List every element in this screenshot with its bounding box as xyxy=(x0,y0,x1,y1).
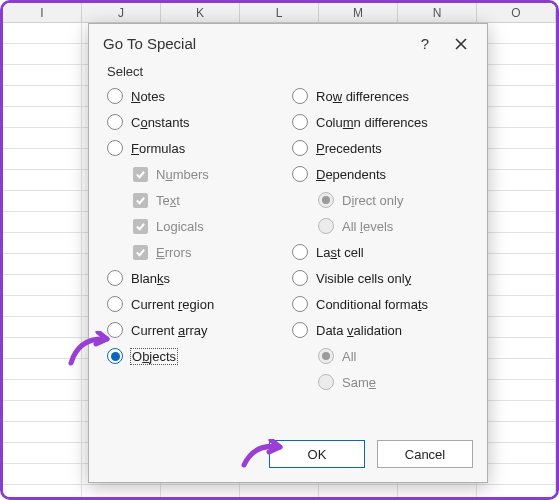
cell[interactable] xyxy=(240,485,319,500)
radio-data-validation[interactable] xyxy=(292,322,308,338)
option-label: Current array xyxy=(131,323,208,338)
option-label: Row differences xyxy=(316,89,409,104)
column-header[interactable]: O xyxy=(477,3,556,22)
column-header[interactable]: L xyxy=(240,3,319,22)
cell[interactable] xyxy=(161,485,240,500)
cell[interactable] xyxy=(477,338,556,359)
radio-constants[interactable] xyxy=(107,114,123,130)
option-dependents[interactable]: Dependents xyxy=(288,161,473,187)
cell[interactable] xyxy=(477,65,556,86)
cell[interactable] xyxy=(3,464,82,485)
cell[interactable] xyxy=(3,422,82,443)
cell[interactable] xyxy=(3,317,82,338)
cell[interactable] xyxy=(477,23,556,44)
radio-blanks[interactable] xyxy=(107,270,123,286)
cell[interactable] xyxy=(477,422,556,443)
option-last-cell[interactable]: Last cell xyxy=(288,239,473,265)
radio-dependents[interactable] xyxy=(292,166,308,182)
cell[interactable] xyxy=(477,191,556,212)
column-header[interactable]: N xyxy=(398,3,477,22)
cell[interactable] xyxy=(3,212,82,233)
radio-formulas[interactable] xyxy=(107,140,123,156)
radio-objects[interactable] xyxy=(107,348,123,364)
option-blanks[interactable]: Blanks xyxy=(103,265,288,291)
cell[interactable] xyxy=(3,296,82,317)
cell[interactable] xyxy=(3,170,82,191)
cell[interactable] xyxy=(477,233,556,254)
cell[interactable] xyxy=(3,359,82,380)
cell[interactable] xyxy=(477,107,556,128)
cell[interactable] xyxy=(3,191,82,212)
cell[interactable] xyxy=(3,485,82,500)
radio-column-differences[interactable] xyxy=(292,114,308,130)
cell[interactable] xyxy=(3,338,82,359)
cell[interactable] xyxy=(477,212,556,233)
option-conditional-formats[interactable]: Conditional formats xyxy=(288,291,473,317)
option-objects[interactable]: Objects xyxy=(103,343,288,369)
column-header[interactable]: I xyxy=(3,3,82,22)
cell[interactable] xyxy=(3,107,82,128)
cell[interactable] xyxy=(477,317,556,338)
cell[interactable] xyxy=(3,86,82,107)
cell[interactable] xyxy=(477,149,556,170)
cell[interactable] xyxy=(477,275,556,296)
radio-notes[interactable] xyxy=(107,88,123,104)
cell[interactable] xyxy=(3,443,82,464)
radio-conditional-formats[interactable] xyxy=(292,296,308,312)
cell[interactable] xyxy=(477,359,556,380)
cell[interactable] xyxy=(3,254,82,275)
option-constants[interactable]: Constants xyxy=(103,109,288,135)
radio-visible-cells[interactable] xyxy=(292,270,308,286)
radio-row-differences[interactable] xyxy=(292,88,308,104)
cell[interactable] xyxy=(477,296,556,317)
cell[interactable] xyxy=(3,401,82,422)
help-button[interactable]: ? xyxy=(407,32,443,56)
option-direct-only: Direct only xyxy=(288,187,473,213)
cell[interactable] xyxy=(3,380,82,401)
cell[interactable] xyxy=(3,233,82,254)
radio-same xyxy=(318,374,334,390)
option-data-validation[interactable]: Data validation xyxy=(288,317,473,343)
select-label: Select xyxy=(89,58,487,83)
cell[interactable] xyxy=(3,23,82,44)
radio-last-cell[interactable] xyxy=(292,244,308,260)
option-row-differences[interactable]: Row differences xyxy=(288,83,473,109)
option-formulas[interactable]: Formulas xyxy=(103,135,288,161)
column-header[interactable]: M xyxy=(319,3,398,22)
cell[interactable] xyxy=(477,254,556,275)
cell[interactable] xyxy=(477,485,556,500)
cell[interactable] xyxy=(477,380,556,401)
option-label: Column differences xyxy=(316,115,428,130)
cell[interactable] xyxy=(477,44,556,65)
cell[interactable] xyxy=(319,485,398,500)
cell[interactable] xyxy=(82,485,161,500)
cell[interactable] xyxy=(398,485,477,500)
option-visible-cells[interactable]: Visible cells only xyxy=(288,265,473,291)
option-notes[interactable]: Notes xyxy=(103,83,288,109)
ok-button[interactable]: OK xyxy=(269,440,365,468)
radio-current-array[interactable] xyxy=(107,322,123,338)
close-button[interactable] xyxy=(443,32,479,56)
option-precedents[interactable]: Precedents xyxy=(288,135,473,161)
cancel-button[interactable]: Cancel xyxy=(377,440,473,468)
column-header[interactable]: J xyxy=(82,3,161,22)
cell[interactable] xyxy=(477,86,556,107)
option-label: Numbers xyxy=(156,167,209,182)
column-header[interactable]: K xyxy=(161,3,240,22)
cell[interactable] xyxy=(477,443,556,464)
radio-precedents[interactable] xyxy=(292,140,308,156)
cell[interactable] xyxy=(477,464,556,485)
option-column-differences[interactable]: Column differences xyxy=(288,109,473,135)
cell[interactable] xyxy=(3,128,82,149)
radio-current-region[interactable] xyxy=(107,296,123,312)
cell[interactable] xyxy=(3,275,82,296)
cell[interactable] xyxy=(3,149,82,170)
cell[interactable] xyxy=(3,65,82,86)
cell[interactable] xyxy=(477,128,556,149)
cell[interactable] xyxy=(477,401,556,422)
option-label: Constants xyxy=(131,115,190,130)
cell[interactable] xyxy=(477,170,556,191)
cell[interactable] xyxy=(3,44,82,65)
option-current-region[interactable]: Current region xyxy=(103,291,288,317)
option-current-array[interactable]: Current array xyxy=(103,317,288,343)
